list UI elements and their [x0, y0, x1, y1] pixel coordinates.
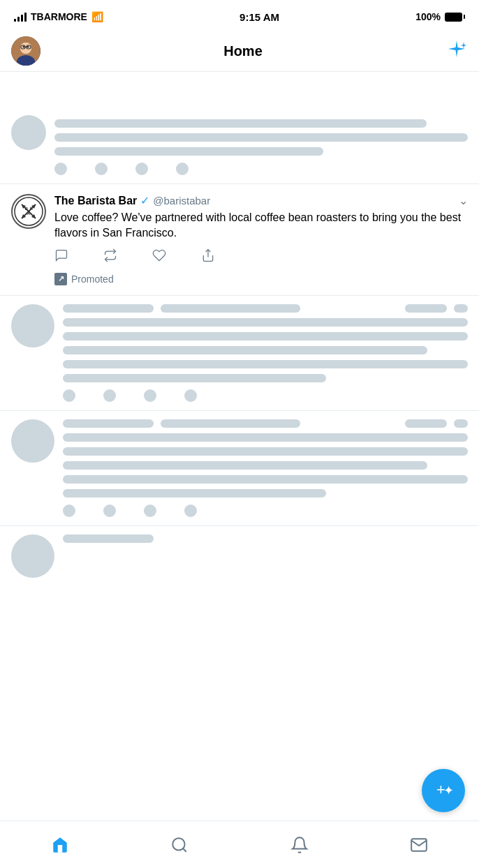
- svg-text:B: B: [25, 207, 29, 211]
- barista-avatar[interactable]: B R A: [11, 194, 46, 229]
- skeleton-line: [63, 534, 154, 543]
- skeleton-action-dot: [103, 504, 116, 517]
- retweet-icon[interactable]: [103, 248, 117, 266]
- tweet-text: Love coffee? We've partnered with local …: [54, 210, 468, 241]
- skeleton-action-dot: [144, 504, 156, 517]
- skeleton-content: [63, 534, 468, 574]
- barista-tweet: B R A The Barista Bar ✓ @baristabar ⌄ Lo…: [0, 184, 479, 296]
- skeleton-action-dot: [103, 389, 116, 402]
- like-icon[interactable]: [152, 248, 166, 266]
- tweet-handle: @baristabar: [153, 195, 210, 207]
- skeleton-line: [405, 419, 447, 428]
- skeleton-line: [63, 360, 468, 368]
- skeleton-actions: [54, 163, 468, 175]
- share-icon[interactable]: [201, 248, 215, 266]
- tweet-display-name: The Barista Bar: [54, 195, 137, 207]
- nav-messages[interactable]: [401, 828, 436, 862]
- verified-icon: ✓: [140, 194, 149, 207]
- svg-point-22: [173, 838, 185, 850]
- skeleton-tweet-2: [0, 296, 479, 411]
- skeleton-action-dot: [63, 389, 75, 402]
- skeleton-line: [63, 419, 154, 428]
- skeleton-action-dot: [54, 163, 67, 175]
- page-title: Home: [223, 43, 263, 59]
- app-header: Home: [0, 31, 479, 72]
- status-right: 100%: [415, 11, 465, 22]
- skeleton-action-dot: [184, 504, 197, 517]
- skeleton-line: [63, 318, 468, 327]
- carrier-label: TBARMORE: [31, 11, 87, 22]
- status-time: 9:15 AM: [240, 11, 279, 23]
- skeleton-line: [63, 433, 468, 442]
- skeleton-line: [54, 147, 323, 156]
- compose-icon: + ✦: [434, 781, 453, 800]
- status-bar: TBARMORE 📶 9:15 AM 100%: [0, 0, 479, 31]
- skeleton-line: [63, 346, 427, 354]
- skeleton-line: [54, 119, 427, 128]
- skeleton-line: [63, 374, 326, 382]
- skeleton-action-dot: [144, 389, 156, 402]
- svg-text:A: A: [27, 211, 31, 216]
- skeleton-action-dot: [63, 504, 75, 517]
- skeleton-line: [405, 304, 447, 313]
- skeleton-action-dot: [176, 163, 189, 175]
- svg-text:✦: ✦: [443, 784, 453, 798]
- tweet-body: The Barista Bar ✓ @baristabar ⌄ Love cof…: [54, 194, 468, 285]
- tweet-actions: [54, 248, 468, 266]
- skeleton-line: [63, 332, 468, 341]
- compose-button[interactable]: + ✦: [422, 769, 465, 812]
- skeleton-line: [63, 447, 468, 456]
- promoted-icon: ↗: [54, 273, 67, 285]
- skeleton-line: [63, 489, 326, 497]
- signal-icon: [14, 12, 27, 22]
- nav-search[interactable]: [162, 828, 197, 862]
- skeleton-avatar: [11, 534, 54, 578]
- svg-line-23: [183, 848, 186, 852]
- skeleton-line: [454, 304, 468, 313]
- avatar[interactable]: [11, 36, 40, 66]
- nav-home[interactable]: [43, 828, 78, 862]
- svg-text:R: R: [30, 207, 34, 211]
- skeleton-actions: [63, 504, 468, 517]
- skeleton-line: [63, 304, 154, 313]
- skeleton-line: [161, 419, 300, 428]
- skeleton-action-dot: [95, 163, 108, 175]
- nav-notifications[interactable]: [282, 828, 317, 862]
- skeleton-content: [54, 119, 468, 175]
- skeleton-tweet-1: [0, 72, 479, 184]
- skeleton-line: [454, 419, 468, 428]
- promoted-label: Promoted: [71, 274, 114, 285]
- skeleton-action-dot: [135, 163, 148, 175]
- tweet-header-row: The Barista Bar ✓ @baristabar ⌄: [54, 194, 468, 207]
- battery-label: 100%: [415, 11, 441, 22]
- battery-icon: [445, 13, 465, 22]
- skeleton-avatar: [11, 115, 46, 150]
- sparkle-icon[interactable]: [445, 38, 468, 65]
- tweet-name-row: The Barista Bar ✓ @baristabar: [54, 194, 210, 207]
- svg-point-3: [20, 43, 31, 54]
- skeleton-line: [63, 461, 427, 470]
- skeleton-tweet-3: [0, 411, 479, 526]
- skeleton-avatar: [11, 419, 54, 463]
- wifi-icon: 📶: [91, 11, 103, 22]
- skeleton-content: [63, 304, 468, 402]
- skeleton-action-dot: [184, 389, 197, 402]
- skeleton-content: [63, 419, 468, 517]
- skeleton-line: [161, 304, 300, 313]
- partial-tweet: [0, 526, 479, 582]
- skeleton-line: [54, 133, 468, 142]
- bottom-nav: [0, 821, 479, 868]
- reply-icon[interactable]: [54, 248, 68, 266]
- feed: B R A The Barista Bar ✓ @baristabar ⌄ Lo…: [0, 72, 479, 582]
- skeleton-line: [63, 475, 468, 484]
- skeleton-avatar: [11, 304, 54, 347]
- chevron-down-icon[interactable]: ⌄: [459, 194, 468, 207]
- status-left: TBARMORE 📶: [14, 11, 103, 22]
- skeleton-actions: [63, 389, 468, 402]
- promoted-row: ↗ Promoted: [54, 273, 468, 285]
